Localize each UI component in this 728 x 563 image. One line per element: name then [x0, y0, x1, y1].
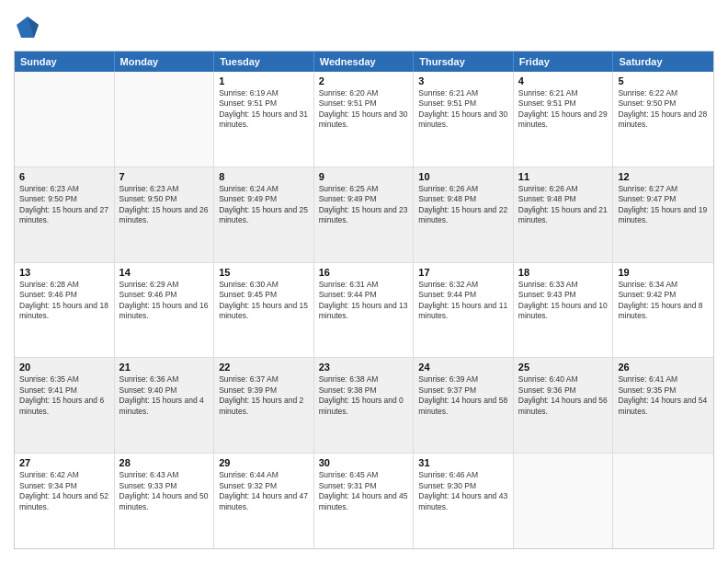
sunrise-text: Sunrise: 6:41 AM	[618, 374, 709, 385]
sunset-text: Sunset: 9:38 PM	[319, 385, 409, 396]
calendar-cell: 3Sunrise: 6:21 AMSunset: 9:51 PMDaylight…	[414, 72, 514, 167]
calendar-cell	[115, 72, 215, 167]
sunrise-text: Sunrise: 6:39 AM	[418, 374, 508, 385]
sunrise-text: Sunrise: 6:23 AM	[119, 184, 210, 194]
day-number: 19	[618, 267, 709, 278]
day-number: 10	[418, 171, 508, 182]
sunrise-text: Sunrise: 6:35 AM	[19, 374, 109, 385]
daylight-text: Daylight: 15 hours and 15 minutes.	[219, 301, 309, 322]
sunset-text: Sunset: 9:50 PM	[19, 194, 109, 204]
sunset-text: Sunset: 9:39 PM	[219, 385, 309, 396]
sunset-text: Sunset: 9:49 PM	[319, 194, 409, 204]
day-header: Saturday	[613, 52, 713, 72]
calendar-cell: 27Sunrise: 6:42 AMSunset: 9:34 PMDayligh…	[15, 454, 115, 548]
daylight-text: Daylight: 15 hours and 16 minutes.	[119, 301, 210, 322]
calendar-cell: 21Sunrise: 6:36 AMSunset: 9:40 PMDayligh…	[115, 358, 215, 453]
calendar-cell: 20Sunrise: 6:35 AMSunset: 9:41 PMDayligh…	[15, 358, 115, 453]
sunrise-text: Sunrise: 6:31 AM	[319, 280, 409, 290]
daylight-text: Daylight: 14 hours and 54 minutes.	[618, 396, 709, 417]
calendar-cell: 4Sunrise: 6:21 AMSunset: 9:51 PMDaylight…	[514, 72, 614, 167]
calendar-cell: 7Sunrise: 6:23 AMSunset: 9:50 PMDaylight…	[115, 167, 215, 262]
daylight-text: Daylight: 15 hours and 18 minutes.	[19, 301, 109, 322]
daylight-text: Daylight: 15 hours and 30 minutes.	[319, 109, 409, 131]
sunset-text: Sunset: 9:50 PM	[119, 194, 210, 204]
sunset-text: Sunset: 9:37 PM	[418, 385, 508, 396]
sunrise-text: Sunrise: 6:21 AM	[518, 88, 609, 98]
sunset-text: Sunset: 9:31 PM	[319, 481, 409, 491]
sunset-text: Sunset: 9:41 PM	[19, 385, 109, 396]
sunset-text: Sunset: 9:47 PM	[618, 194, 709, 204]
sunset-text: Sunset: 9:33 PM	[119, 481, 210, 491]
sunrise-text: Sunrise: 6:20 AM	[319, 88, 409, 98]
calendar: SundayMondayTuesdayWednesdayThursdayFrid…	[14, 51, 714, 549]
sunrise-text: Sunrise: 6:40 AM	[518, 374, 609, 385]
sunset-text: Sunset: 9:44 PM	[319, 290, 409, 300]
sunset-text: Sunset: 9:46 PM	[19, 290, 109, 300]
sunset-text: Sunset: 9:50 PM	[618, 98, 709, 109]
calendar-cell: 24Sunrise: 6:39 AMSunset: 9:37 PMDayligh…	[414, 358, 514, 453]
calendar-cell: 26Sunrise: 6:41 AMSunset: 9:35 PMDayligh…	[613, 358, 713, 453]
calendar-cell: 11Sunrise: 6:26 AMSunset: 9:48 PMDayligh…	[514, 167, 614, 262]
day-number: 14	[119, 267, 210, 278]
calendar-cell: 15Sunrise: 6:30 AMSunset: 9:45 PMDayligh…	[214, 263, 314, 358]
sunrise-text: Sunrise: 6:26 AM	[418, 184, 508, 194]
sunrise-text: Sunrise: 6:44 AM	[219, 470, 309, 480]
sunrise-text: Sunrise: 6:25 AM	[319, 184, 409, 194]
sunrise-text: Sunrise: 6:42 AM	[19, 470, 109, 480]
day-number: 25	[518, 362, 609, 373]
sunset-text: Sunset: 9:36 PM	[518, 385, 609, 396]
day-number: 15	[219, 267, 309, 278]
day-number: 8	[219, 171, 309, 182]
calendar-header: SundayMondayTuesdayWednesdayThursdayFrid…	[15, 52, 713, 72]
daylight-text: Daylight: 14 hours and 50 minutes.	[119, 491, 210, 512]
calendar-cell: 18Sunrise: 6:33 AMSunset: 9:43 PMDayligh…	[514, 263, 614, 358]
day-number: 22	[219, 362, 309, 373]
day-number: 4	[518, 75, 609, 86]
day-number: 13	[19, 267, 109, 278]
day-number: 21	[119, 362, 210, 373]
day-number: 9	[319, 171, 409, 182]
sunset-text: Sunset: 9:46 PM	[119, 290, 210, 300]
daylight-text: Daylight: 14 hours and 47 minutes.	[219, 491, 309, 512]
sunset-text: Sunset: 9:30 PM	[418, 481, 508, 491]
sunset-text: Sunset: 9:51 PM	[518, 98, 609, 109]
calendar-cell: 23Sunrise: 6:38 AMSunset: 9:38 PMDayligh…	[314, 358, 415, 453]
daylight-text: Daylight: 14 hours and 52 minutes.	[19, 491, 109, 512]
day-header: Monday	[115, 52, 215, 72]
daylight-text: Daylight: 15 hours and 30 minutes.	[418, 109, 508, 131]
day-number: 3	[418, 75, 508, 86]
sunset-text: Sunset: 9:43 PM	[518, 290, 609, 300]
sunrise-text: Sunrise: 6:24 AM	[219, 184, 309, 194]
sunset-text: Sunset: 9:32 PM	[219, 481, 309, 491]
daylight-text: Daylight: 15 hours and 31 minutes.	[219, 109, 309, 131]
day-number: 27	[19, 457, 109, 468]
sunset-text: Sunset: 9:51 PM	[319, 98, 409, 109]
daylight-text: Daylight: 15 hours and 26 minutes.	[119, 205, 210, 226]
sunrise-text: Sunrise: 6:46 AM	[418, 470, 508, 480]
daylight-text: Daylight: 14 hours and 43 minutes.	[418, 491, 508, 512]
sunrise-text: Sunrise: 6:19 AM	[219, 88, 309, 98]
calendar-row: 20Sunrise: 6:35 AMSunset: 9:41 PMDayligh…	[15, 358, 713, 454]
calendar-cell: 30Sunrise: 6:45 AMSunset: 9:31 PMDayligh…	[314, 454, 415, 548]
day-header: Tuesday	[214, 52, 314, 72]
daylight-text: Daylight: 15 hours and 21 minutes.	[518, 205, 609, 226]
sunrise-text: Sunrise: 6:32 AM	[418, 280, 508, 290]
day-number: 6	[19, 171, 109, 182]
sunrise-text: Sunrise: 6:29 AM	[119, 280, 210, 290]
calendar-cell: 29Sunrise: 6:44 AMSunset: 9:32 PMDayligh…	[214, 454, 314, 548]
day-number: 29	[219, 457, 309, 468]
sunset-text: Sunset: 9:42 PM	[618, 290, 709, 300]
sunset-text: Sunset: 9:48 PM	[518, 194, 609, 204]
day-number: 20	[19, 362, 109, 373]
calendar-cell	[613, 454, 713, 548]
calendar-cell: 13Sunrise: 6:28 AMSunset: 9:46 PMDayligh…	[15, 263, 115, 358]
sunrise-text: Sunrise: 6:27 AM	[618, 184, 709, 194]
calendar-cell: 12Sunrise: 6:27 AMSunset: 9:47 PMDayligh…	[613, 167, 713, 262]
daylight-text: Daylight: 15 hours and 2 minutes.	[219, 396, 309, 417]
day-number: 23	[319, 362, 409, 373]
calendar-cell: 25Sunrise: 6:40 AMSunset: 9:36 PMDayligh…	[514, 358, 614, 453]
daylight-text: Daylight: 15 hours and 13 minutes.	[319, 301, 409, 322]
day-number: 28	[119, 457, 210, 468]
day-number: 1	[219, 75, 309, 86]
day-number: 30	[319, 457, 409, 468]
